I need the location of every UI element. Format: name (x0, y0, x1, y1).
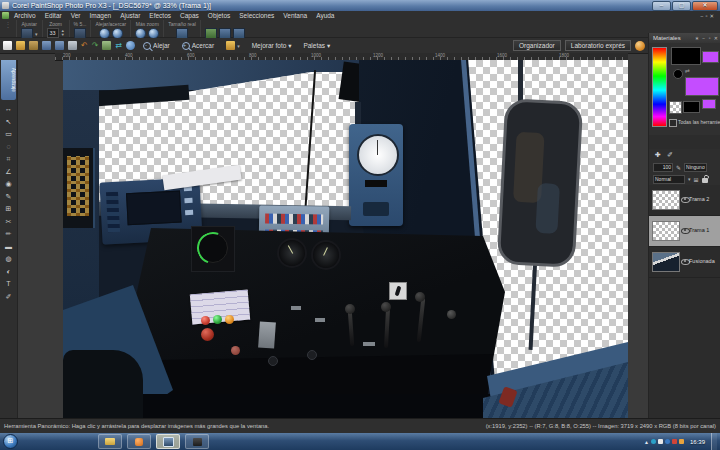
express-lab-button[interactable]: Laboratorio exprés (565, 40, 631, 51)
freehand-selection-tool[interactable]: ◌ (1, 141, 16, 154)
layer-row-fusionada[interactable]: Fusionada (649, 247, 720, 278)
browse-icon[interactable] (29, 41, 38, 50)
straighten-tool[interactable]: ∠ (1, 166, 16, 179)
foreground-material-swatch[interactable] (702, 51, 719, 63)
foreground-swatch[interactable] (671, 47, 701, 65)
materials-title: Materiales (653, 35, 681, 41)
menu-efectos[interactable]: Efectos (149, 12, 171, 19)
lock-transparency-icon[interactable] (702, 178, 708, 183)
materials-pin-icon[interactable]: ∗ (695, 35, 700, 41)
canvas-image[interactable] (63, 60, 628, 418)
layer-row-trama2[interactable]: Trama 2 (649, 185, 720, 216)
new-layer-icon[interactable]: ✚ (655, 151, 661, 159)
transparency-swatch[interactable] (669, 101, 682, 114)
folder-dropdown-button[interactable]: ▾ (222, 39, 244, 52)
maximize-button[interactable]: ▢ (672, 1, 691, 11)
texture-swatch[interactable] (702, 99, 716, 109)
corel-guide-icon[interactable] (635, 41, 645, 51)
tray-icon-1[interactable] (651, 439, 656, 444)
enhance-photo-button[interactable]: Mejorar foto ▾ (248, 40, 296, 52)
materials-minimize-icon[interactable]: − (702, 35, 706, 41)
materials-close-icon[interactable]: ✕ (714, 35, 719, 41)
menu-imagen[interactable]: Imagen (89, 12, 111, 19)
flood-fill-tool[interactable]: ◍ (1, 253, 16, 266)
taskbar-app-2-button[interactable] (127, 434, 151, 449)
pan-tool[interactable]: ↔ (1, 103, 16, 116)
ruler-tick: 400 (125, 53, 133, 58)
text-tool[interactable]: T (1, 278, 16, 291)
organizer-button[interactable]: Organizador (513, 40, 561, 51)
clone-tool[interactable]: ⊞ (1, 203, 16, 216)
minimize-button[interactable]: – (652, 1, 671, 11)
tray-icon-3[interactable] (665, 439, 670, 444)
tray-icon-2[interactable] (658, 439, 663, 444)
layer-opacity-field[interactable]: 100 (653, 163, 673, 172)
layer-link-dropdown[interactable]: Ninguno (684, 163, 707, 172)
taskbar-clock[interactable]: 16:39 (690, 439, 705, 445)
menu-ver[interactable]: Ver (71, 12, 81, 19)
new-mask-icon[interactable]: ✐ (667, 151, 673, 159)
menu-ayuda[interactable]: Ayuda (316, 12, 334, 19)
info-icon[interactable] (126, 41, 135, 50)
layers-list: Trama 2 Trama 1 Fusionada (649, 185, 720, 278)
brush-tool[interactable]: ✏ (1, 228, 16, 241)
layer-row-trama1-selected[interactable]: Trama 1 (649, 216, 720, 247)
all-tools-checkbox[interactable] (669, 119, 677, 127)
doc-close-icon[interactable]: ✕ (709, 13, 716, 19)
scratch-remover-tool[interactable]: ✂ (1, 216, 16, 229)
move-tool[interactable]: ↖ (1, 116, 16, 129)
zoom-value-field[interactable]: 33 (47, 28, 59, 38)
zoom-in-button[interactable]: Acercar (178, 40, 218, 52)
toolbar-drag-handle[interactable]: ⋮ (0, 20, 17, 37)
start-button[interactable]: ⊞ (3, 434, 18, 449)
learning-center-tab[interactable]: Aprendizaje (1, 60, 16, 100)
tray-expand-icon[interactable]: ▲ (644, 439, 649, 445)
red-eye-tool[interactable]: ◉ (1, 178, 16, 191)
palettes-button[interactable]: Paletas ▾ (299, 40, 334, 52)
taskbar-explorer-button[interactable] (98, 434, 122, 449)
taskbar-paintshop-button-active[interactable] (156, 434, 180, 449)
image-1-icon[interactable] (42, 41, 51, 50)
stroke-style-icon[interactable] (673, 69, 683, 79)
taskbar-app-4-button[interactable] (185, 434, 209, 449)
pen-tool[interactable]: ✐ (1, 291, 16, 304)
rainbow-picker[interactable] (652, 47, 667, 127)
group-layers-icon[interactable]: ⊞ (694, 176, 699, 183)
background-swatch[interactable] (683, 101, 700, 113)
swap-images-icon[interactable]: ⇄ (115, 41, 122, 50)
speedometer-needle (377, 140, 378, 155)
menu-ventana[interactable]: Ventana (283, 12, 307, 19)
selection-tool[interactable]: ▭ (1, 128, 16, 141)
open-file-icon[interactable] (16, 41, 25, 50)
swap-colors-icon[interactable]: ⇄ (685, 67, 690, 74)
zoom-spin-down-icon[interactable]: ▼ (61, 33, 65, 37)
background-material-swatch[interactable] (685, 77, 719, 96)
materials-dock-icon[interactable]: ▫ (709, 35, 712, 41)
blend-dropdown-icon[interactable]: ▾ (688, 176, 691, 182)
undo-icon[interactable]: ↶ (81, 41, 88, 50)
close-button[interactable]: ✕ (692, 1, 718, 11)
picture-tube-tool[interactable]: ◐ (1, 266, 16, 279)
print-icon[interactable] (68, 41, 77, 50)
eraser-tool[interactable]: ▬ (1, 241, 16, 254)
menu-selecciones[interactable]: Selecciones (239, 12, 274, 19)
makeover-tool[interactable]: ✎ (1, 191, 16, 204)
metal-plate-3 (315, 318, 325, 322)
show-desktop-button[interactable] (711, 433, 717, 450)
blend-mode-dropdown[interactable]: Normal (653, 175, 685, 184)
new-file-icon[interactable] (3, 41, 12, 50)
edit-icon[interactable] (102, 41, 111, 50)
menu-archivo[interactable]: Archivo (14, 12, 36, 19)
preset-dropdown-icon[interactable]: ▾ (35, 31, 38, 37)
menu-capas[interactable]: Capas (180, 12, 199, 19)
image-2-icon[interactable] (55, 41, 64, 50)
zoom-out-button[interactable]: Alejar (139, 40, 174, 52)
redo-icon[interactable]: ↷ (92, 41, 99, 50)
title-bar[interactable]: Corel PaintShop Photo Pro X3 - [_DSC5679… (0, 0, 720, 11)
menu-objetos[interactable]: Objetos (208, 12, 230, 19)
tray-icon-5[interactable] (679, 439, 684, 444)
menu-editar[interactable]: Editar (45, 12, 62, 19)
crop-tool[interactable]: ⌗ (1, 153, 16, 166)
menu-ajustar[interactable]: Ajustar (120, 12, 140, 19)
tray-icon-4[interactable] (672, 439, 677, 444)
